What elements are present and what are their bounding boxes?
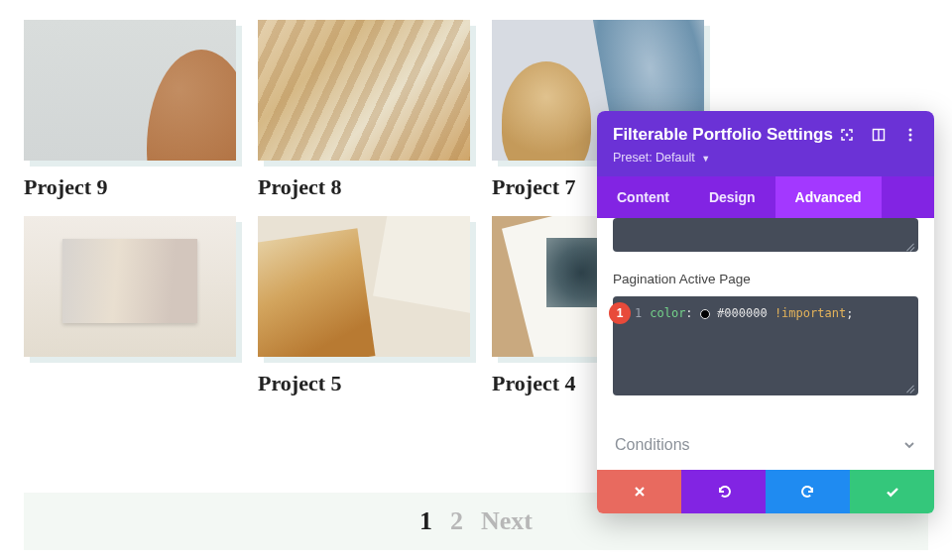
project-title: Project 5 [258,371,470,396]
chevron-down-icon [902,438,916,452]
css-semicolon: ; [846,306,853,320]
resize-handle-icon[interactable] [902,380,916,393]
thumbnail[interactable] [258,20,470,161]
portfolio-card[interactable]: x [24,216,236,396]
code-line: 1 1 color: #000000 !important; [613,306,918,320]
project-title: Project 8 [258,174,470,200]
portfolio-card[interactable]: Project 5 [258,216,470,396]
close-icon [633,485,647,499]
save-button[interactable] [850,470,934,513]
panel-header: Filterable Portfolio Settings Preset: De… [597,111,934,176]
panel-title: Filterable Portfolio Settings [613,125,833,145]
thumbnail[interactable] [258,216,470,357]
svg-point-3 [909,129,912,132]
thumbnail[interactable] [24,216,236,357]
page-next[interactable]: Next [481,506,533,536]
column-view-icon[interactable] [871,127,887,143]
resize-handle-icon[interactable] [902,238,916,252]
svg-point-0 [846,134,849,137]
page-2[interactable]: 2 [450,506,463,536]
preset-value: Default [655,151,695,165]
redo-button[interactable] [766,470,850,513]
svg-point-4 [909,134,912,137]
fullscreen-icon[interactable] [839,127,855,143]
svg-point-5 [909,139,912,142]
caret-down-icon: ▼ [701,154,710,164]
field-label: Pagination Active Page [613,272,918,286]
css-code-editor[interactable]: 1 1 color: #000000 !important; [613,296,918,395]
kebab-menu-icon[interactable] [902,127,918,143]
settings-tabs: Content Design Advanced [597,176,934,218]
css-important: !important [774,306,846,320]
panel-footer [597,470,934,513]
cancel-button[interactable] [597,470,681,513]
css-value: #000000 [717,306,768,320]
panel-body: Pagination Active Page 1 1 color: #00000… [597,218,934,413]
undo-icon [716,484,732,500]
accordion-label: Conditions [615,436,690,454]
page-1[interactable]: 1 [419,506,432,536]
settings-panel: Filterable Portfolio Settings Preset: De… [597,111,934,513]
portfolio-card[interactable]: Project 9 [24,20,236,200]
conditions-accordion[interactable]: Conditions [597,413,934,470]
project-title: Project 9 [24,174,236,200]
undo-button[interactable] [681,470,766,513]
check-icon [885,484,900,500]
css-property: color [650,306,685,320]
preset-selector[interactable]: Preset: Default ▼ [613,145,918,176]
css-colon: : [685,306,692,320]
color-swatch-icon[interactable] [700,309,710,319]
portfolio-card[interactable]: Project 8 [258,20,470,200]
tab-content[interactable]: Content [597,176,689,218]
preset-label: Preset: [613,151,653,165]
thumbnail[interactable] [24,20,236,161]
step-badge: 1 [609,302,631,324]
tab-advanced[interactable]: Advanced [775,176,882,218]
redo-icon [800,484,816,500]
code-textarea-collapsed[interactable] [613,218,918,252]
tab-design[interactable]: Design [689,176,775,218]
line-number: 1 [635,306,642,320]
